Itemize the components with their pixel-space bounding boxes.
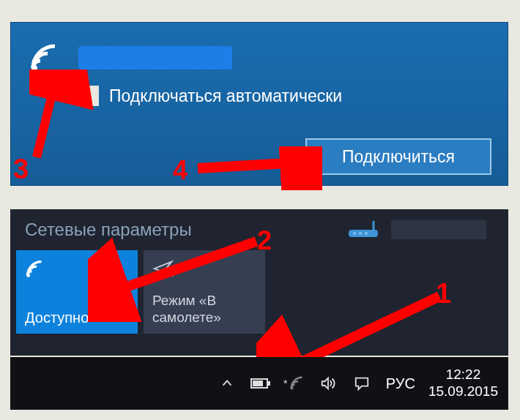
- auto-connect-label: Подключаться автоматически: [109, 86, 342, 106]
- language-indicator[interactable]: РУС: [386, 375, 415, 392]
- svg-point-6: [353, 232, 356, 235]
- airplane-icon: [152, 258, 256, 283]
- annotation-step-1: 1: [436, 278, 451, 310]
- svg-point-8: [365, 232, 368, 235]
- wifi-tile-label: Доступно: [25, 310, 129, 326]
- router-connection-row[interactable]: [346, 220, 486, 239]
- connect-button[interactable]: Подключиться: [305, 138, 491, 175]
- airplane-tile-label: Режим «В самолете»: [152, 293, 256, 326]
- auto-connect-row[interactable]: Подключаться автоматически: [78, 86, 508, 106]
- svg-rect-17: [253, 380, 263, 386]
- annotation-step-3: 3: [13, 154, 29, 185]
- router-icon: [346, 221, 381, 239]
- svg-point-7: [359, 232, 362, 235]
- show-hidden-icons[interactable]: [215, 372, 239, 395]
- action-center-icon[interactable]: [350, 372, 374, 395]
- airplane-mode-tile[interactable]: Режим «В самолете»: [144, 250, 265, 334]
- clock-date[interactable]: 12:22 15.09.2015: [428, 367, 498, 400]
- svg-point-0: [31, 65, 37, 71]
- clock-day: 15.09.2015: [428, 383, 498, 400]
- svg-point-10: [26, 274, 30, 277]
- network-name-redacted: [78, 46, 232, 70]
- clock-time: 12:22: [428, 367, 498, 383]
- connect-button-label: Подключиться: [342, 147, 455, 167]
- wifi-network-row[interactable]: [11, 23, 508, 81]
- network-connection-panel: Подключаться автоматически Подключиться: [10, 22, 508, 186]
- battery-icon[interactable]: [249, 372, 272, 395]
- svg-rect-16: [268, 381, 270, 386]
- annotation-step-4: 4: [173, 155, 187, 186]
- wifi-tile[interactable]: Доступно: [16, 250, 138, 334]
- taskbar: * РУС 12:22 15.09.2015: [10, 357, 508, 410]
- volume-icon[interactable]: [316, 372, 340, 395]
- annotation-step-2: 2: [257, 225, 272, 256]
- svg-point-18: [290, 387, 293, 390]
- wifi-icon: [29, 40, 64, 75]
- network-wifi-tray-icon[interactable]: *: [283, 372, 306, 395]
- auto-connect-checkbox[interactable]: [78, 86, 99, 106]
- router-name-redacted: [391, 220, 486, 239]
- wifi-tile-icon: [25, 258, 129, 283]
